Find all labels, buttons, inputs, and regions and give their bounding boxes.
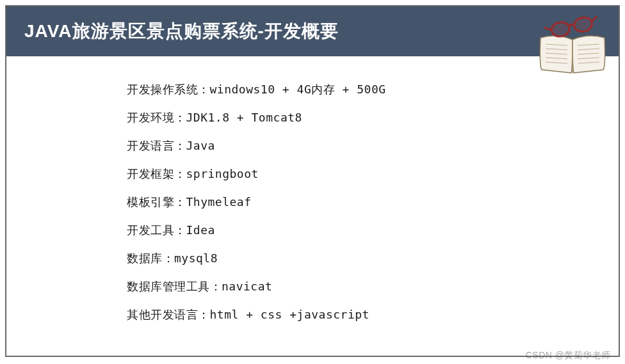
page-title: JAVA旅游景区景点购票系统-开发概要 [24, 19, 339, 44]
spec-line: 开发工具：Idea [127, 223, 619, 238]
svg-line-12 [544, 26, 551, 31]
watermark-text: CSDN @黄菊华老师 [526, 350, 611, 361]
svg-line-13 [591, 17, 598, 22]
spec-line: 数据库：mysql8 [127, 251, 619, 266]
spec-line: 开发语言：Java [127, 138, 619, 154]
spec-line: 其他开发语言：html + css +javascript [127, 307, 619, 322]
slide-header: JAVA旅游景区景点购票系统-开发概要 [6, 6, 619, 56]
book-with-glasses-icon [534, 15, 611, 76]
spec-line: 开发操作系统：windows10 + 4G内存 + 500G [127, 82, 619, 97]
slide-container: JAVA旅游景区景点购票系统-开发概要 [5, 5, 620, 357]
svg-point-11 [573, 16, 594, 33]
spec-line: 数据库管理工具：navicat [127, 279, 619, 294]
content-area: 开发操作系统：windows10 + 4G内存 + 500G 开发环境：JDK1… [6, 56, 619, 322]
spec-line: 模板引擎：Thymeleaf [127, 194, 619, 210]
spec-line: 开发环境：JDK1.8 + Tomcat8 [127, 110, 619, 125]
spec-line: 开发框架：springboot [127, 166, 619, 182]
